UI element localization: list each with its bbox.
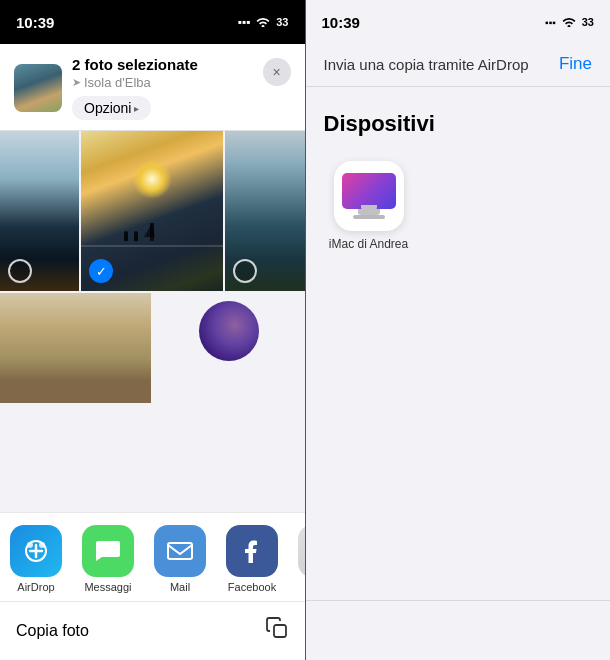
photo-grid: ✓ bbox=[0, 131, 305, 512]
share-app-more[interactable]: Te… bbox=[288, 525, 305, 593]
devices-heading: Dispositivi bbox=[324, 111, 593, 137]
photo-cell-3[interactable] bbox=[225, 131, 304, 291]
messages-label: Messaggi bbox=[84, 581, 131, 593]
time-right: 10:39 bbox=[322, 14, 360, 31]
share-apps-row: AirDrop Messaggi Mail bbox=[0, 512, 305, 601]
photo-cell-1[interactable] bbox=[0, 131, 79, 291]
chevron-icon: ▸ bbox=[134, 103, 139, 114]
copy-row[interactable]: Copia foto bbox=[0, 601, 305, 660]
facebook-label: Facebook bbox=[228, 581, 276, 593]
share-thumbnail bbox=[14, 64, 62, 112]
device-item-imac[interactable]: iMac di Andrea bbox=[324, 161, 414, 251]
done-button[interactable]: Fine bbox=[559, 54, 592, 74]
share-app-mail[interactable]: Mail bbox=[144, 525, 216, 593]
airdrop-label: AirDrop bbox=[17, 581, 54, 593]
battery-icon-left: 33 bbox=[276, 16, 288, 28]
share-app-airdrop[interactable]: AirDrop bbox=[0, 525, 72, 593]
left-panel: 10:39 ▪▪▪ 33 2 foto selezionate ➤ Isola … bbox=[0, 0, 305, 660]
wifi-icon-right bbox=[561, 15, 577, 30]
options-button[interactable]: Opzioni ▸ bbox=[72, 96, 151, 120]
share-header: 2 foto selezionate ➤ Isola d'Elba Opzion… bbox=[0, 44, 305, 131]
close-icon: × bbox=[272, 64, 280, 80]
mail-icon bbox=[154, 525, 206, 577]
photo-selector-1[interactable] bbox=[8, 259, 32, 283]
status-bar-right: 10:39 ▪▪▪ 33 bbox=[306, 0, 611, 44]
devices-section: Dispositivi iMac di Andrea bbox=[306, 87, 611, 600]
signal-icon-left: ▪▪▪ bbox=[237, 15, 250, 29]
share-title: 2 foto selezionate bbox=[72, 56, 253, 73]
airdrop-header: Invia una copia tramite AirDrop Fine bbox=[306, 44, 611, 87]
wifi-icon-left bbox=[255, 15, 271, 30]
photo-row-2 bbox=[0, 293, 305, 403]
messages-icon bbox=[82, 525, 134, 577]
more-icon bbox=[298, 525, 305, 577]
status-bar-left: 10:39 ▪▪▪ 33 bbox=[0, 0, 305, 44]
svg-point-1 bbox=[27, 542, 33, 548]
photo-cell-4[interactable] bbox=[0, 293, 151, 403]
location-icon: ➤ bbox=[72, 76, 81, 89]
svg-point-2 bbox=[39, 542, 45, 548]
people-silhouette bbox=[124, 231, 138, 241]
share-info: 2 foto selezionate ➤ Isola d'Elba Opzion… bbox=[72, 56, 253, 120]
photo-row-1: ✓ bbox=[0, 131, 305, 291]
share-subtitle: ➤ Isola d'Elba bbox=[72, 75, 253, 90]
airdrop-title: Invia una copia tramite AirDrop bbox=[324, 56, 529, 73]
status-icons-right: ▪▪▪ 33 bbox=[545, 15, 594, 30]
share-apps-scroll: AirDrop Messaggi Mail bbox=[0, 525, 305, 593]
photo-selector-2[interactable]: ✓ bbox=[89, 259, 113, 283]
imac-icon bbox=[342, 173, 396, 219]
airdrop-icon bbox=[10, 525, 62, 577]
svg-rect-3 bbox=[168, 543, 192, 559]
mail-label: Mail bbox=[170, 581, 190, 593]
right-bottom-bar bbox=[306, 600, 611, 660]
checkmark-icon: ✓ bbox=[96, 265, 107, 278]
status-icons-left: ▪▪▪ 33 bbox=[237, 15, 288, 30]
svg-rect-4 bbox=[274, 625, 286, 637]
photo-cell-5[interactable] bbox=[153, 293, 304, 403]
share-app-facebook[interactable]: Facebook bbox=[216, 525, 288, 593]
signal-icon-right: ▪▪▪ bbox=[545, 17, 556, 28]
close-button[interactable]: × bbox=[263, 58, 291, 86]
right-panel: 10:39 ▪▪▪ 33 Invia una copia tramite Air… bbox=[306, 0, 611, 660]
device-name: iMac di Andrea bbox=[329, 237, 408, 251]
photo-cell-2[interactable]: ✓ bbox=[81, 131, 223, 291]
facebook-icon bbox=[226, 525, 278, 577]
share-app-messages[interactable]: Messaggi bbox=[72, 525, 144, 593]
copy-label: Copia foto bbox=[16, 622, 89, 640]
time-left: 10:39 bbox=[16, 14, 54, 31]
device-icon-wrap bbox=[334, 161, 404, 231]
copy-icon bbox=[265, 616, 289, 646]
battery-icon-right: 33 bbox=[582, 16, 594, 28]
